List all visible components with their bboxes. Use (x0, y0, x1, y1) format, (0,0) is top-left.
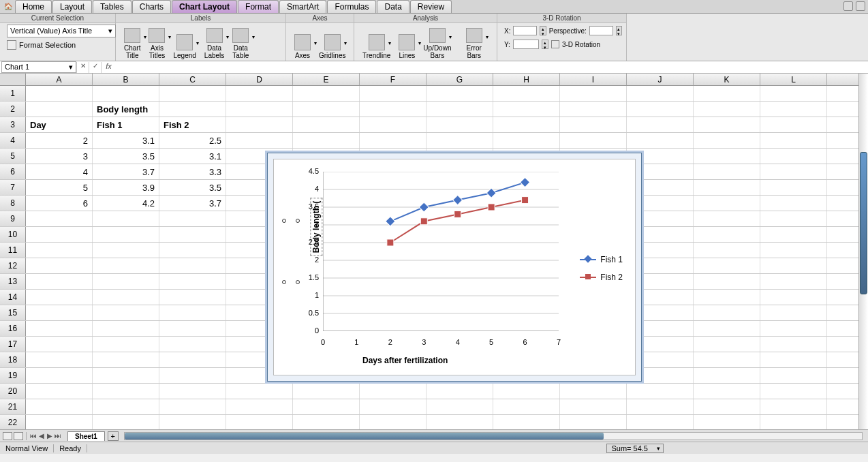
tab-chart-layout[interactable]: Chart Layout (172, 0, 237, 13)
cell[interactable] (159, 290, 226, 305)
gridlines-button[interactable]: Gridlines (316, 27, 348, 61)
cell[interactable] (427, 86, 493, 101)
cell[interactable] (159, 258, 226, 273)
cell[interactable]: 3.9 (93, 180, 159, 195)
cell[interactable] (760, 102, 827, 117)
cell[interactable] (760, 337, 827, 352)
cell[interactable] (93, 274, 159, 289)
vertical-scrollbar[interactable] (858, 74, 868, 429)
row-header[interactable]: 2 (0, 102, 26, 117)
cell[interactable] (560, 102, 627, 117)
cell[interactable] (26, 258, 93, 273)
row-header[interactable]: 11 (0, 243, 26, 258)
cell[interactable] (159, 399, 226, 414)
cell[interactable] (627, 86, 694, 101)
cell[interactable]: 3.1 (93, 133, 159, 148)
cell[interactable] (26, 415, 93, 429)
cell[interactable] (26, 274, 93, 289)
cell[interactable] (560, 384, 627, 399)
cell[interactable] (159, 274, 226, 289)
add-sheet-button[interactable]: + (108, 431, 119, 441)
col-header[interactable]: G (427, 74, 493, 85)
cell[interactable] (293, 86, 360, 101)
col-header[interactable]: F (360, 74, 427, 85)
cell[interactable] (26, 384, 93, 399)
tab-layout[interactable]: Layout (52, 0, 92, 13)
cell[interactable] (493, 415, 560, 429)
cell[interactable] (93, 290, 159, 305)
cell[interactable] (694, 86, 760, 101)
cell[interactable] (360, 415, 427, 429)
cell[interactable]: Day (26, 117, 93, 132)
tab-review[interactable]: Review (410, 0, 452, 13)
cell[interactable] (627, 384, 694, 399)
cell[interactable] (493, 133, 560, 148)
col-header[interactable]: A (26, 74, 93, 85)
cell[interactable] (226, 384, 293, 399)
cell[interactable] (360, 86, 427, 101)
cell[interactable] (159, 415, 226, 429)
cell[interactable] (93, 384, 159, 399)
cell[interactable] (26, 102, 93, 117)
cell[interactable] (694, 321, 760, 336)
cell[interactable] (427, 384, 493, 399)
cell[interactable] (694, 384, 760, 399)
cell[interactable] (760, 258, 827, 273)
trendline-button[interactable]: Trendline (360, 27, 393, 61)
cell[interactable] (26, 211, 93, 226)
rot-y-input[interactable] (513, 40, 539, 49)
rot-y-spinner[interactable]: ▴▾ (542, 40, 548, 49)
x-axis-title[interactable]: Days after fertilization (362, 356, 448, 365)
cell[interactable] (694, 258, 760, 273)
cell[interactable] (760, 399, 827, 414)
cell[interactable] (159, 352, 226, 367)
fx-icon[interactable]: fx (101, 62, 113, 73)
row-header[interactable]: 16 (0, 321, 26, 336)
cell[interactable] (694, 368, 760, 383)
cell[interactable] (93, 337, 159, 352)
cell[interactable] (159, 102, 226, 117)
lines-button[interactable]: Lines (396, 27, 418, 61)
select-all-corner[interactable] (0, 74, 26, 85)
cell[interactable] (293, 415, 360, 429)
cell[interactable] (427, 399, 493, 414)
cell[interactable] (427, 133, 493, 148)
cell[interactable] (694, 352, 760, 367)
col-header[interactable]: D (226, 74, 293, 85)
cell[interactable]: 5 (26, 180, 93, 195)
cell[interactable]: 3.5 (159, 180, 226, 195)
view-mode[interactable]: Normal View (0, 444, 54, 452)
legend-button[interactable]: Legend (170, 27, 198, 61)
cell[interactable] (93, 258, 159, 273)
minimize-icon[interactable] (843, 1, 853, 11)
cell[interactable] (560, 399, 627, 414)
cell[interactable] (159, 211, 226, 226)
cell[interactable] (760, 368, 827, 383)
tab-formulas[interactable]: Formulas (327, 0, 376, 13)
row-header[interactable]: 22 (0, 415, 26, 429)
cell[interactable]: 3.7 (159, 196, 226, 211)
cell[interactable] (93, 211, 159, 226)
cell[interactable] (427, 102, 493, 117)
tab-format[interactable]: Format (238, 0, 279, 13)
first-sheet-icon[interactable]: ⏮ (29, 432, 37, 440)
chart-area[interactable]: Body length ( 00.511.522.533.544.5 01234… (273, 159, 636, 375)
cell[interactable]: 2.5 (159, 133, 226, 148)
cell[interactable] (627, 399, 694, 414)
cell[interactable] (159, 243, 226, 258)
sheet-tab[interactable]: Sheet1 (67, 431, 105, 441)
cell[interactable] (493, 117, 560, 132)
cell[interactable] (93, 243, 159, 258)
cell[interactable] (760, 227, 827, 242)
tab-home[interactable]: Home (15, 0, 52, 13)
cell[interactable] (93, 227, 159, 242)
horizontal-scrollbar[interactable] (124, 432, 863, 440)
cell[interactable] (493, 102, 560, 117)
row-header[interactable]: 10 (0, 227, 26, 242)
cell[interactable] (26, 290, 93, 305)
cell[interactable] (159, 86, 226, 101)
tab-charts[interactable]: Charts (132, 0, 171, 13)
row-header[interactable]: 3 (0, 117, 26, 132)
cell[interactable] (93, 415, 159, 429)
cell[interactable] (26, 399, 93, 414)
